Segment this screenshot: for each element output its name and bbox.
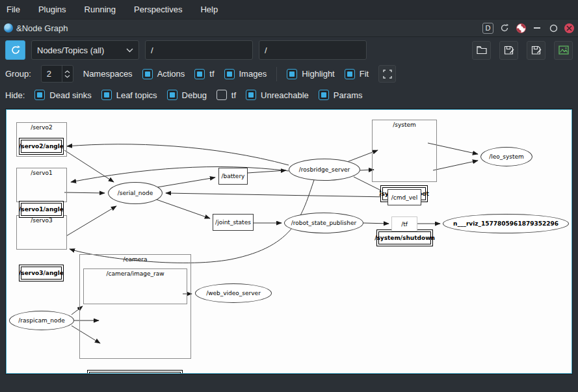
chevron-down-icon [126,48,133,53]
namespace-box-servo3[interactable]: /servo3 [16,215,67,250]
edge-serial-node-to-joint-states [155,199,210,218]
checkbox-group-tf[interactable] [194,69,205,79]
spin-up-icon[interactable] [64,70,70,73]
topic-camera-image-raw-compressed[interactable]: /camera/image_raw/compressed [87,370,183,374]
graph-canvas[interactable]: /servo2 /servo1 /servo3 /system /camera … [6,109,572,374]
params-label: Params [334,90,363,100]
group-value: 2 [42,69,62,79]
edge-robot-state-publisher-to-tf [363,223,389,224]
topic-battery[interactable]: /battery [218,168,248,185]
edge-servo3-angle-to-serial-node [66,206,116,236]
save-image-button[interactable] [554,41,573,60]
menu-file[interactable]: File [7,5,20,14]
toolbar-separator [276,67,277,81]
menu-running[interactable]: Running [85,5,116,14]
node-filter-input[interactable] [145,40,253,60]
menu-bar: File Plugins Running Perspectives Help [0,0,578,20]
checkbox-actions[interactable] [142,69,153,79]
menu-plugins[interactable]: Plugins [38,5,66,14]
topic-servo2-angle[interactable]: /servo2/angle [19,138,64,155]
node-graph-app-icon [4,23,13,33]
detach-button[interactable]: D [482,23,493,34]
graph-toolbar: Nodes/Topics (all) [0,37,578,63]
namespace-label: /servo3 [17,217,66,224]
group-options-row: Group: 2 Namespaces Actions tf Images Hi… [0,63,578,85]
topic-servo1-angle[interactable]: /servo1/angle [19,201,64,218]
checkbox-highlight[interactable] [287,69,297,79]
topic-filter-input[interactable] [259,40,367,60]
graph-type-select[interactable]: Nodes/Topics (all) [31,40,139,60]
checkbox-leaf-topics[interactable] [101,90,112,100]
node-robot-state-publisher[interactable]: /robot_state_publisher [284,213,363,233]
folder-icon [477,46,487,55]
save-svg-button[interactable] [527,41,545,60]
help-buoy-icon[interactable] [516,23,526,33]
namespace-box-camera-image-raw[interactable]: /camera/image_raw [83,268,187,304]
graph-type-value: Nodes/Topics (all) [37,46,122,55]
refresh-graph-button[interactable] [5,40,25,60]
dead-sinks-label: Dead sinks [49,90,91,100]
namespace-label: /camera/image_raw [84,270,187,277]
images-label: Images [239,69,267,79]
edge-system-shutdown-to-leo-system [433,161,478,170]
menu-perspectives[interactable]: Perspectives [134,5,182,14]
edge-serial-node-to-battery [157,177,215,187]
node-raspicam-node[interactable]: /raspicam_node [9,311,74,330]
node-serial-node[interactable]: /serial_node [108,182,163,204]
unreachable-label: Unreachable [261,90,309,100]
topic-cmd-vel[interactable]: /cmd_vel [388,189,421,205]
node-web-video-server[interactable]: /web_video_server [195,283,272,303]
namespace-box-system[interactable]: /system [372,120,437,182]
checkbox-fit[interactable] [345,69,355,79]
topic-servo3-angle[interactable]: /servo3/angle [19,265,64,281]
edge-cmd-vel-to-serial-node [166,193,388,197]
namespaces-label: Namespaces [83,69,133,79]
edge-servo1-angle-to-serial-node [64,192,105,193]
status-bar [0,374,578,389]
checkbox-unreachable[interactable] [246,90,256,100]
dock-title: &Node Graph [16,23,482,33]
node-rosbridge-server[interactable]: /rosbridge_server [289,159,360,181]
open-file-button[interactable] [472,41,491,60]
group-spinner[interactable]: 2 [41,65,73,83]
topic-system-shutdown[interactable]: /system/shutdown [376,229,433,246]
group-tf-label: tf [209,69,214,79]
spin-down-icon[interactable] [64,75,70,78]
checkbox-params[interactable] [319,90,329,100]
minimize-button[interactable] [532,23,542,33]
namespace-label: /servo1 [17,170,66,176]
dock-title-bar: &Node Graph D [0,20,578,37]
node-leo-system[interactable]: /leo_system [480,147,532,166]
checkbox-images[interactable] [224,69,235,79]
save-dot-button[interactable] [499,41,518,60]
edge-rosbridge-to-servo3-angle [70,180,314,263]
close-button[interactable] [564,23,574,33]
hide-label: Hide: [5,90,25,100]
group-label: Group: [5,69,31,79]
namespace-label: /camera [80,256,190,263]
checkbox-dead-sinks[interactable] [34,90,45,100]
checkbox-debug[interactable] [167,90,177,100]
leaf-topics-label: Leaf topics [116,90,157,100]
maximize-button[interactable] [548,23,558,33]
namespace-box-servo1[interactable]: /servo1 [16,168,67,202]
graph-canvas-frame: /servo2 /servo1 /servo3 /system /camera … [5,109,573,374]
topic-joint-states[interactable]: /joint_states [213,214,254,231]
checkbox-hide-tf[interactable] [217,90,227,100]
save-edit-icon [531,46,542,55]
hide-tf-label: tf [231,90,236,100]
menu-help[interactable]: Help [200,5,218,14]
image-icon [558,46,569,55]
reload-icon[interactable] [499,23,510,33]
namespace-label: /system [373,122,436,128]
fit-in-view-button[interactable] [378,65,396,83]
node-rviz[interactable]: n___rviz_1577805961879352296 [443,214,569,233]
edge-battery-to-rosbridge [248,170,286,173]
namespace-label: /servo2 [17,124,66,131]
edge-rosbridge-to-servo2-angle [67,144,289,165]
debug-label: Debug [182,90,207,100]
topic-tf[interactable]: /tf [391,216,417,231]
edge-rosbridge-to-servo1-angle [71,167,289,182]
fit-view-icon [383,70,392,79]
actions-label: Actions [157,69,185,79]
